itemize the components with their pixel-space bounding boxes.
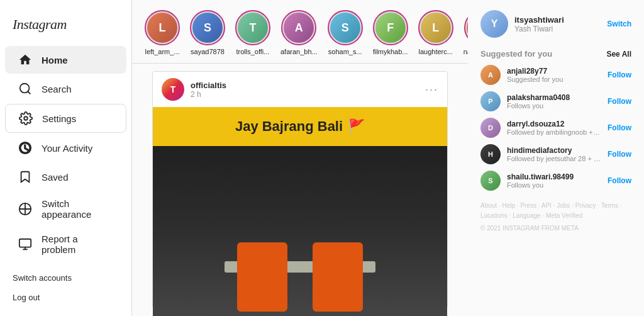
- story-label: left_arm_...: [145, 48, 179, 55]
- post-avatar: T: [162, 78, 184, 101]
- see-all-link[interactable]: See All: [606, 50, 631, 59]
- post-more-button[interactable]: ···: [425, 83, 438, 96]
- app-logo: Instagram: [0, 10, 131, 45]
- story-label: soham_s...: [328, 48, 362, 55]
- suggestion-username[interactable]: anjali28y77: [507, 67, 601, 76]
- copyright: © 2021 INSTAGRAM FROM META: [480, 225, 631, 232]
- suggestions-title: Suggested for you: [480, 49, 552, 59]
- suggestion-username[interactable]: palaksharma0408: [507, 93, 601, 102]
- story-avatar-inner: S: [192, 13, 223, 43]
- search-icon: [18, 81, 33, 96]
- suggestion-username[interactable]: hindimediafactory: [507, 146, 601, 155]
- suggestion-avatar: H: [480, 144, 501, 164]
- footer-link-about[interactable]: About: [480, 202, 497, 209]
- switch-accounts-link[interactable]: Switch accounts: [13, 268, 119, 288]
- svg-line-1: [28, 91, 30, 94]
- suggestion-item: H hindimediafactory Followed by jeetsuth…: [480, 144, 631, 164]
- current-user-avatar: Y: [480, 10, 508, 38]
- story-avatar-inner: F: [375, 13, 406, 43]
- story-item[interactable]: S sayad7878: [190, 10, 225, 55]
- post-image-overlay: Jay Bajrang Bali 🚩 TIS: [153, 107, 447, 316]
- sidebar-item-your-activity[interactable]: Your Activity: [5, 134, 126, 162]
- story-label: afaran_bh...: [280, 48, 318, 55]
- post-time: 2 h: [191, 90, 419, 99]
- suggestion-item: P palaksharma0408 Follows you Follow: [480, 91, 631, 111]
- footer-link-terms[interactable]: Terms: [601, 202, 618, 209]
- sidebar-more-item[interactable]: More: [0, 313, 131, 316]
- sidebar-item-search[interactable]: Search: [5, 75, 126, 103]
- story-item[interactable]: L laughterc...: [418, 10, 453, 55]
- post-username[interactable]: officialtis: [191, 81, 419, 90]
- sidebar-item-settings[interactable]: Settings: [5, 104, 126, 133]
- footer-link-locations[interactable]: Locations: [480, 212, 508, 219]
- story-avatar-inner: S: [330, 13, 360, 43]
- suggestion-avatar: A: [480, 65, 501, 85]
- follow-link[interactable]: Follow: [608, 123, 631, 132]
- sidebar: Instagram Home Search Settings: [0, 0, 132, 316]
- suggestions-list: A anjali28y77 Suggested for you Follow P…: [480, 65, 631, 191]
- suggestion-info: darryl.dsouza12 Followed by ambilingnoob…: [507, 120, 601, 136]
- svg-point-2: [24, 116, 28, 120]
- machine-body-left: [237, 242, 287, 312]
- story-item[interactable]: A afaran_bh...: [280, 10, 318, 55]
- footer-link-press[interactable]: Press: [520, 202, 536, 209]
- story-avatar-inner: L: [421, 13, 451, 43]
- story-item[interactable]: F filmykhab...: [373, 10, 408, 55]
- story-avatar-inner: L: [147, 13, 177, 43]
- story-item[interactable]: L left_arm_...: [145, 10, 180, 55]
- story-label: filmykhab...: [373, 48, 408, 55]
- post-card: T officialtis 2 h ··· Jay Bajrang Bali 🚩: [152, 71, 448, 308]
- sidebar-item-saved[interactable]: Saved: [5, 163, 126, 191]
- sidebar-settings-label: Settings: [42, 113, 76, 124]
- stories-row: L left_arm_... S sayad7878 T trolls_offi…: [132, 0, 468, 64]
- switch-link[interactable]: Switch: [607, 20, 631, 28]
- sidebar-appearance-label: Switch appearance: [42, 198, 114, 220]
- story-label: trolls_offi...: [236, 48, 270, 55]
- settings-icon: [18, 111, 33, 126]
- follow-link[interactable]: Follow: [608, 150, 631, 159]
- suggestion-username[interactable]: shailu.tiwari.98499: [507, 172, 601, 181]
- suggestion-item: D darryl.dsouza12 Followed by ambilingno…: [480, 118, 631, 138]
- story-item[interactable]: T trolls_offi...: [235, 10, 270, 55]
- home-icon: [18, 52, 33, 67]
- post-header: T officialtis 2 h ···: [153, 72, 447, 107]
- sidebar-item-switch-appearance[interactable]: Switch appearance: [5, 192, 126, 226]
- footer-link-help[interactable]: Help: [502, 202, 515, 209]
- footer-links: About · Help · Press · API · Jobs · Priv…: [480, 201, 631, 221]
- footer-link-language[interactable]: Language: [513, 212, 541, 219]
- footer-link-api[interactable]: API: [541, 202, 552, 209]
- follow-link[interactable]: Follow: [608, 97, 631, 106]
- feed-area: T officialtis 2 h ··· Jay Bajrang Bali 🚩: [132, 64, 468, 316]
- footer-link-privacy[interactable]: Privacy: [575, 202, 596, 209]
- footer-link-jobs[interactable]: Jobs: [557, 202, 570, 209]
- saved-icon: [18, 169, 33, 184]
- suggestion-info: palaksharma0408 Follows you: [507, 93, 601, 110]
- machine-body-right: [313, 242, 363, 312]
- sidebar-activity-label: Your Activity: [42, 143, 92, 154]
- follow-link[interactable]: Follow: [608, 71, 631, 79]
- follow-link[interactable]: Follow: [608, 176, 631, 185]
- sidebar-item-home[interactable]: Home: [5, 46, 126, 74]
- story-item[interactable]: S soham_s...: [328, 10, 363, 55]
- story-item[interactable]: N narendra_...: [464, 10, 468, 55]
- story-avatar: S: [190, 10, 225, 45]
- sidebar-home-label: Home: [42, 55, 68, 65]
- suggestion-sub: Follows you: [507, 102, 601, 110]
- story-label: sayad7878: [191, 48, 225, 55]
- footer-link-meta-verified[interactable]: Meta Verified: [546, 212, 582, 219]
- machinery-visual: [218, 217, 382, 316]
- suggestion-sub: Suggested for you: [507, 76, 601, 83]
- report-icon: [18, 237, 33, 252]
- current-user-info: itsyashtiwari Yash Tiwari: [514, 15, 601, 33]
- suggestion-sub: Followed by ambilingnoob + 7 more: [507, 128, 601, 136]
- current-user-section: Y itsyashtiwari Yash Tiwari Switch: [480, 10, 631, 38]
- sidebar-item-report-problem[interactable]: Report a problem: [5, 227, 126, 261]
- suggestion-item: A anjali28y77 Suggested for you Follow: [480, 65, 631, 85]
- suggestion-info: anjali28y77 Suggested for you: [507, 67, 601, 83]
- logout-link[interactable]: Log out: [13, 288, 119, 307]
- current-display-name: Yash Tiwari: [514, 25, 601, 33]
- suggestion-username[interactable]: darryl.dsouza12: [507, 120, 601, 128]
- story-avatar: L: [145, 10, 180, 45]
- suggestion-avatar: S: [480, 171, 501, 191]
- current-username[interactable]: itsyashtiwari: [514, 15, 601, 25]
